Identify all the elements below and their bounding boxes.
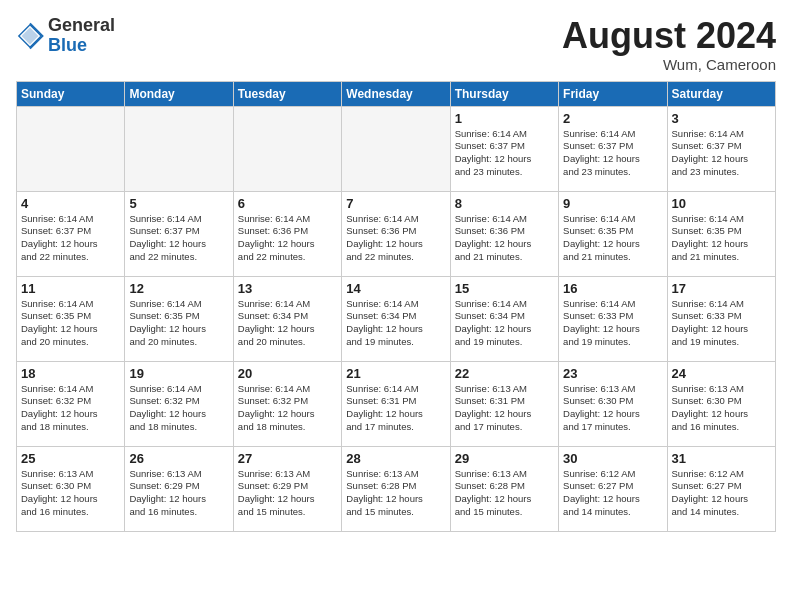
day-cell: 26Sunrise: 6:13 AM Sunset: 6:29 PM Dayli… (125, 446, 233, 531)
day-cell: 31Sunrise: 6:12 AM Sunset: 6:27 PM Dayli… (667, 446, 775, 531)
header-cell-wednesday: Wednesday (342, 81, 450, 106)
day-number: 19 (129, 366, 228, 381)
day-cell: 2Sunrise: 6:14 AM Sunset: 6:37 PM Daylig… (559, 106, 667, 191)
day-info: Sunrise: 6:14 AM Sunset: 6:37 PM Dayligh… (129, 213, 228, 264)
day-number: 9 (563, 196, 662, 211)
day-info: Sunrise: 6:13 AM Sunset: 6:31 PM Dayligh… (455, 383, 554, 434)
day-cell: 4Sunrise: 6:14 AM Sunset: 6:37 PM Daylig… (17, 191, 125, 276)
day-number: 11 (21, 281, 120, 296)
day-info: Sunrise: 6:13 AM Sunset: 6:30 PM Dayligh… (563, 383, 662, 434)
day-number: 4 (21, 196, 120, 211)
day-info: Sunrise: 6:14 AM Sunset: 6:32 PM Dayligh… (129, 383, 228, 434)
day-info: Sunrise: 6:12 AM Sunset: 6:27 PM Dayligh… (563, 468, 662, 519)
week-row-3: 11Sunrise: 6:14 AM Sunset: 6:35 PM Dayli… (17, 276, 776, 361)
day-cell: 12Sunrise: 6:14 AM Sunset: 6:35 PM Dayli… (125, 276, 233, 361)
day-number: 31 (672, 451, 771, 466)
calendar-title: August 2024 (562, 16, 776, 56)
day-cell: 19Sunrise: 6:14 AM Sunset: 6:32 PM Dayli… (125, 361, 233, 446)
day-number: 14 (346, 281, 445, 296)
day-info: Sunrise: 6:14 AM Sunset: 6:37 PM Dayligh… (21, 213, 120, 264)
day-info: Sunrise: 6:13 AM Sunset: 6:29 PM Dayligh… (129, 468, 228, 519)
day-info: Sunrise: 6:14 AM Sunset: 6:35 PM Dayligh… (21, 298, 120, 349)
header-cell-monday: Monday (125, 81, 233, 106)
day-cell: 28Sunrise: 6:13 AM Sunset: 6:28 PM Dayli… (342, 446, 450, 531)
day-number: 24 (672, 366, 771, 381)
calendar-body: 1Sunrise: 6:14 AM Sunset: 6:37 PM Daylig… (17, 106, 776, 531)
day-number: 1 (455, 111, 554, 126)
day-cell: 3Sunrise: 6:14 AM Sunset: 6:37 PM Daylig… (667, 106, 775, 191)
day-cell: 23Sunrise: 6:13 AM Sunset: 6:30 PM Dayli… (559, 361, 667, 446)
week-row-4: 18Sunrise: 6:14 AM Sunset: 6:32 PM Dayli… (17, 361, 776, 446)
day-info: Sunrise: 6:14 AM Sunset: 6:35 PM Dayligh… (672, 213, 771, 264)
day-cell: 6Sunrise: 6:14 AM Sunset: 6:36 PM Daylig… (233, 191, 341, 276)
day-number: 27 (238, 451, 337, 466)
day-info: Sunrise: 6:14 AM Sunset: 6:33 PM Dayligh… (672, 298, 771, 349)
day-number: 20 (238, 366, 337, 381)
day-number: 29 (455, 451, 554, 466)
day-cell: 17Sunrise: 6:14 AM Sunset: 6:33 PM Dayli… (667, 276, 775, 361)
header-cell-friday: Friday (559, 81, 667, 106)
day-info: Sunrise: 6:14 AM Sunset: 6:34 PM Dayligh… (455, 298, 554, 349)
header-cell-tuesday: Tuesday (233, 81, 341, 106)
calendar-header: SundayMondayTuesdayWednesdayThursdayFrid… (17, 81, 776, 106)
day-info: Sunrise: 6:12 AM Sunset: 6:27 PM Dayligh… (672, 468, 771, 519)
day-cell: 22Sunrise: 6:13 AM Sunset: 6:31 PM Dayli… (450, 361, 558, 446)
day-number: 18 (21, 366, 120, 381)
week-row-2: 4Sunrise: 6:14 AM Sunset: 6:37 PM Daylig… (17, 191, 776, 276)
day-cell: 14Sunrise: 6:14 AM Sunset: 6:34 PM Dayli… (342, 276, 450, 361)
day-info: Sunrise: 6:14 AM Sunset: 6:35 PM Dayligh… (129, 298, 228, 349)
day-number: 13 (238, 281, 337, 296)
day-info: Sunrise: 6:13 AM Sunset: 6:28 PM Dayligh… (455, 468, 554, 519)
logo-icon (16, 22, 44, 50)
day-info: Sunrise: 6:13 AM Sunset: 6:28 PM Dayligh… (346, 468, 445, 519)
day-info: Sunrise: 6:14 AM Sunset: 6:34 PM Dayligh… (346, 298, 445, 349)
day-number: 28 (346, 451, 445, 466)
day-cell: 8Sunrise: 6:14 AM Sunset: 6:36 PM Daylig… (450, 191, 558, 276)
header-cell-sunday: Sunday (17, 81, 125, 106)
day-cell: 13Sunrise: 6:14 AM Sunset: 6:34 PM Dayli… (233, 276, 341, 361)
day-number: 12 (129, 281, 228, 296)
header-cell-thursday: Thursday (450, 81, 558, 106)
day-info: Sunrise: 6:14 AM Sunset: 6:36 PM Dayligh… (238, 213, 337, 264)
day-number: 23 (563, 366, 662, 381)
calendar-subtitle: Wum, Cameroon (562, 56, 776, 73)
day-cell (342, 106, 450, 191)
day-info: Sunrise: 6:14 AM Sunset: 6:31 PM Dayligh… (346, 383, 445, 434)
week-row-1: 1Sunrise: 6:14 AM Sunset: 6:37 PM Daylig… (17, 106, 776, 191)
day-number: 30 (563, 451, 662, 466)
day-cell: 20Sunrise: 6:14 AM Sunset: 6:32 PM Dayli… (233, 361, 341, 446)
day-info: Sunrise: 6:14 AM Sunset: 6:36 PM Dayligh… (455, 213, 554, 264)
day-cell: 11Sunrise: 6:14 AM Sunset: 6:35 PM Dayli… (17, 276, 125, 361)
header-cell-saturday: Saturday (667, 81, 775, 106)
day-cell: 15Sunrise: 6:14 AM Sunset: 6:34 PM Dayli… (450, 276, 558, 361)
day-cell: 25Sunrise: 6:13 AM Sunset: 6:30 PM Dayli… (17, 446, 125, 531)
day-info: Sunrise: 6:14 AM Sunset: 6:36 PM Dayligh… (346, 213, 445, 264)
day-info: Sunrise: 6:14 AM Sunset: 6:33 PM Dayligh… (563, 298, 662, 349)
day-number: 17 (672, 281, 771, 296)
day-number: 25 (21, 451, 120, 466)
day-cell: 16Sunrise: 6:14 AM Sunset: 6:33 PM Dayli… (559, 276, 667, 361)
day-cell: 18Sunrise: 6:14 AM Sunset: 6:32 PM Dayli… (17, 361, 125, 446)
calendar-table: SundayMondayTuesdayWednesdayThursdayFrid… (16, 81, 776, 532)
day-info: Sunrise: 6:14 AM Sunset: 6:32 PM Dayligh… (21, 383, 120, 434)
day-cell: 1Sunrise: 6:14 AM Sunset: 6:37 PM Daylig… (450, 106, 558, 191)
day-number: 15 (455, 281, 554, 296)
logo: General Blue (16, 16, 115, 56)
title-block: August 2024 Wum, Cameroon (562, 16, 776, 73)
day-info: Sunrise: 6:13 AM Sunset: 6:30 PM Dayligh… (21, 468, 120, 519)
day-cell: 10Sunrise: 6:14 AM Sunset: 6:35 PM Dayli… (667, 191, 775, 276)
week-row-5: 25Sunrise: 6:13 AM Sunset: 6:30 PM Dayli… (17, 446, 776, 531)
day-info: Sunrise: 6:14 AM Sunset: 6:37 PM Dayligh… (563, 128, 662, 179)
logo-text: General Blue (48, 16, 115, 56)
day-info: Sunrise: 6:14 AM Sunset: 6:32 PM Dayligh… (238, 383, 337, 434)
logo-general: General (48, 15, 115, 35)
day-number: 6 (238, 196, 337, 211)
day-cell (125, 106, 233, 191)
day-number: 8 (455, 196, 554, 211)
day-number: 16 (563, 281, 662, 296)
day-cell: 5Sunrise: 6:14 AM Sunset: 6:37 PM Daylig… (125, 191, 233, 276)
day-number: 26 (129, 451, 228, 466)
day-info: Sunrise: 6:13 AM Sunset: 6:30 PM Dayligh… (672, 383, 771, 434)
day-cell (17, 106, 125, 191)
day-number: 5 (129, 196, 228, 211)
